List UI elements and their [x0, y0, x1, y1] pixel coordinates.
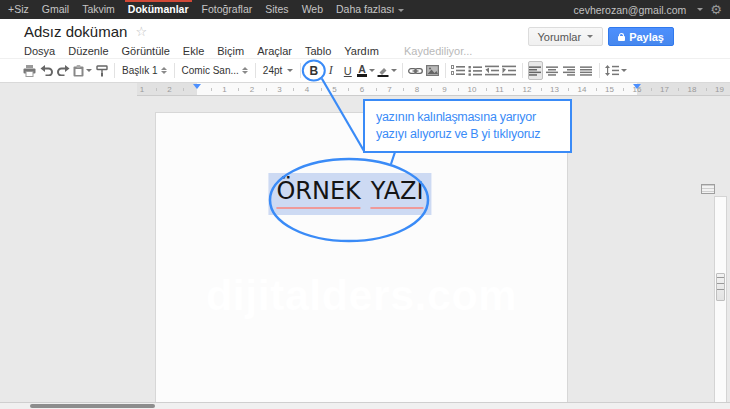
- star-icon[interactable]: ☆: [135, 24, 147, 39]
- topnav-item-gmail[interactable]: Gmail: [42, 0, 69, 19]
- saving-status: Kaydediliyor...: [404, 45, 472, 57]
- topnav-item-takvim[interactable]: Takvim: [82, 0, 115, 19]
- topnav-item-fotoraflar[interactable]: Fotoğraflar: [202, 0, 253, 19]
- top-navigation-bar: +SizGmailTakvimDokümanlarFotoğraflarSite…: [0, 0, 730, 19]
- ruler-number: 19: [715, 85, 724, 94]
- text-color-button[interactable]: A: [357, 61, 375, 80]
- topnav-item-sites[interactable]: Sites: [265, 0, 288, 19]
- justify-icon: [580, 66, 592, 76]
- toolbar-separator: [599, 63, 600, 78]
- undo-icon: [40, 65, 53, 76]
- page-title[interactable]: Adsız doküman: [24, 23, 127, 40]
- ruler-number: 11: [495, 85, 503, 94]
- callout-line: yazının kalınlaşmasına yarıyor: [376, 109, 570, 126]
- ruler-tick: [321, 88, 322, 91]
- font-size-select[interactable]: 24pt: [260, 65, 296, 76]
- compact-controls-icon[interactable]: [701, 184, 715, 194]
- left-indent-marker[interactable]: [193, 84, 201, 89]
- ruler-number: 10: [468, 85, 477, 94]
- ruler-tick: [706, 88, 707, 91]
- document-header: Adsız doküman ☆ DosyaDüzenleGörüntüleEkl…: [0, 19, 730, 58]
- fill-color-button[interactable]: [377, 61, 397, 80]
- ruler-number: 2: [250, 85, 254, 94]
- topnav-item-dahafazlas[interactable]: Daha fazlası: [336, 0, 404, 19]
- increase-indent-button[interactable]: [502, 61, 517, 80]
- menu-ekle[interactable]: Ekle: [183, 45, 204, 57]
- account-chevron-down-icon[interactable]: [697, 8, 703, 11]
- decrease-indent-button[interactable]: [485, 61, 500, 80]
- comments-button[interactable]: Yorumlar: [528, 27, 604, 46]
- align-right-button[interactable]: [562, 61, 577, 80]
- bulleted-list-button[interactable]: [468, 61, 483, 80]
- vertical-scrollbar[interactable]: [714, 196, 727, 409]
- redo-button[interactable]: [56, 61, 71, 80]
- ruler-number: 8: [415, 85, 419, 94]
- ruler-tick: [211, 88, 212, 91]
- topnav-item-web[interactable]: Web: [302, 0, 323, 19]
- topnav-item-siz[interactable]: +Siz: [8, 0, 29, 19]
- horizontal-scrollbar-thumb[interactable]: [30, 404, 155, 408]
- ruler-number: 17: [660, 85, 669, 94]
- ruler-number: 4: [305, 85, 309, 94]
- undo-button[interactable]: [39, 61, 54, 80]
- paste-button[interactable]: [73, 61, 92, 80]
- tutorial-callout-box: yazının kalınlaşmasına yarıyor yazıyı al…: [363, 99, 572, 153]
- ruler-tick: [431, 88, 432, 91]
- print-button[interactable]: [22, 61, 37, 80]
- callout-line: yazıyı alıyoruz ve B yi tıklıyoruz: [376, 126, 570, 143]
- doc-title-row: Adsız doküman ☆: [24, 23, 147, 40]
- paragraph-style-select[interactable]: Başlık 1: [119, 65, 170, 76]
- print-icon: [23, 65, 36, 77]
- insert-image-button[interactable]: [425, 61, 440, 80]
- align-center-button[interactable]: [545, 61, 560, 80]
- line-spacing-button[interactable]: [605, 61, 627, 80]
- menu-dzenle[interactable]: Düzenle: [68, 45, 108, 57]
- bold-button[interactable]: B: [306, 61, 321, 80]
- justify-button[interactable]: [579, 61, 594, 80]
- underline-button[interactable]: U: [340, 61, 355, 80]
- menu-aralar[interactable]: Araçlar: [257, 45, 292, 57]
- italic-button[interactable]: I: [323, 61, 338, 80]
- watermark-text: dijitalders.com: [156, 271, 567, 320]
- google-docs-window: +SizGmailTakvimDokümanlarFotoğraflarSite…: [0, 0, 730, 409]
- toolbar-separator: [255, 63, 256, 78]
- align-left-button[interactable]: [528, 61, 543, 80]
- selected-text[interactable]: ÖRNEKYAZI: [268, 173, 431, 215]
- ruler-tick: [651, 88, 652, 91]
- insert-link-button[interactable]: [408, 61, 423, 80]
- menu-grntle[interactable]: Görüntüle: [122, 45, 170, 57]
- menu-tablo[interactable]: Tablo: [305, 45, 331, 57]
- numbered-list-button[interactable]: [451, 61, 466, 80]
- ruler[interactable]: 2112345678910111213141516171819: [0, 83, 730, 96]
- right-indent-marker[interactable]: [633, 84, 641, 89]
- top-nav-links: +SizGmailTakvimDokümanlarFotoğraflarSite…: [8, 0, 417, 19]
- share-button[interactable]: Paylaş: [608, 27, 674, 46]
- vertical-scrollbar-thumb[interactable]: [716, 273, 725, 301]
- font-family-select[interactable]: Comic San...: [179, 65, 251, 76]
- gear-icon[interactable]: ⚙: [710, 3, 722, 16]
- paint-format-button[interactable]: [94, 61, 109, 80]
- ruler-number: 1: [222, 85, 226, 94]
- fill-color-chevron-down-icon: [391, 69, 397, 72]
- text-color-chevron-down-icon: [369, 69, 375, 72]
- menu-dosya[interactable]: Dosya: [24, 45, 55, 57]
- topnav-item-dokmanlar[interactable]: Dokümanlar: [128, 0, 189, 19]
- account-email[interactable]: cevherozan@gmail.com: [574, 4, 687, 16]
- bulleted-list-icon: [468, 65, 482, 76]
- ruler-tick: [513, 88, 514, 91]
- ruler-number: 3: [277, 85, 281, 94]
- ruler-tick: [183, 88, 184, 91]
- selected-word: ÖRNEK: [276, 177, 360, 209]
- menu-yardm[interactable]: Yardım: [344, 45, 379, 57]
- ruler-number: 6: [360, 85, 364, 94]
- menu-biim[interactable]: Biçim: [217, 45, 244, 57]
- toolbar-separator: [174, 63, 175, 78]
- redo-icon: [57, 65, 70, 76]
- ruler-tick: [623, 88, 624, 91]
- ruler-tick: [568, 88, 569, 91]
- toolbar-separator: [114, 63, 115, 78]
- document-page[interactable]: dijitalders.com ÖRNEKYAZI: [155, 112, 568, 409]
- toolbar-separator: [300, 63, 301, 78]
- ruler-tick: [156, 88, 157, 91]
- horizontal-scrollbar[interactable]: [0, 402, 730, 409]
